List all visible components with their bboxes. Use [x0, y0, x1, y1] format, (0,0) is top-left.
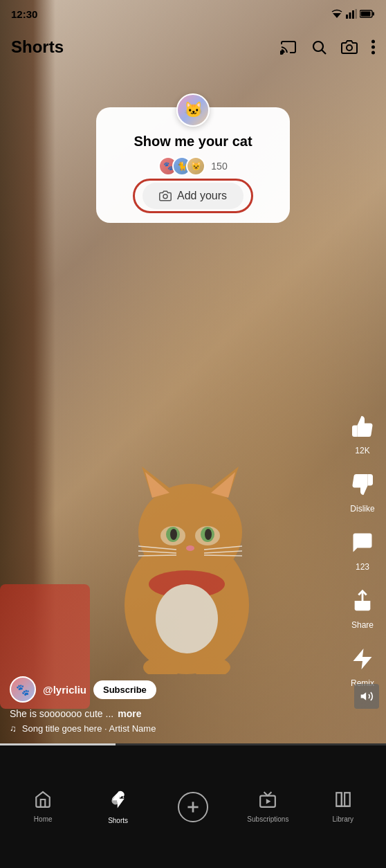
svg-marker-24 [333, 13, 341, 18]
participant-count: 150 [211, 161, 227, 172]
svg-point-35 [347, 45, 352, 51]
shorts-label: Shorts [108, 817, 128, 824]
subscribe-button[interactable]: Subscribe [93, 680, 156, 699]
library-label: Library [332, 815, 353, 823]
svg-point-39 [163, 195, 167, 199]
channel-avatar[interactable]: 🐾 [10, 676, 36, 703]
svg-marker-42 [361, 692, 367, 700]
page-title: Shorts [11, 37, 64, 57]
progress-bar-fill [0, 743, 116, 745]
svg-point-36 [371, 40, 375, 44]
add-yours-label: Add yours [177, 190, 227, 202]
signal-icon [346, 9, 357, 19]
svg-point-38 [371, 51, 375, 55]
svg-point-11 [205, 529, 212, 540]
home-label: Home [34, 815, 53, 823]
add-yours-button[interactable]: Add yours [143, 183, 243, 209]
wifi-icon [331, 9, 343, 19]
svg-line-34 [322, 51, 327, 55]
battery-icon [360, 10, 375, 18]
svg-rect-28 [356, 9, 358, 19]
svg-line-18 [204, 555, 242, 556]
status-time: 12:30 [11, 8, 37, 20]
description-more[interactable]: more [118, 708, 141, 719]
like-icon [346, 410, 379, 443]
music-note-icon: ♫ [10, 723, 17, 734]
svg-point-1 [138, 484, 242, 581]
svg-rect-30 [373, 12, 375, 16]
remix-action[interactable]: Remix [346, 642, 379, 688]
dislike-action[interactable]: Dislike [346, 468, 379, 514]
camera-icon[interactable] [341, 39, 358, 55]
svg-point-12 [186, 545, 194, 551]
status-icons [331, 9, 375, 19]
svg-point-10 [170, 529, 177, 540]
shorts-play-icon [108, 789, 129, 810]
music-row: ♫ Song title goes here · Artist Name [10, 723, 327, 734]
share-action[interactable]: Share [346, 584, 379, 630]
sound-icon [360, 689, 374, 703]
status-bar: 12:30 [0, 0, 386, 28]
dislike-icon [346, 468, 379, 501]
header: Shorts [0, 28, 386, 66]
sticker-title: Show me your cat [134, 134, 252, 150]
subscriptions-label: Subscriptions [247, 815, 288, 823]
sticker-card: 🐱 Show me your cat 🐾 🐈 😺 150 Add yours [96, 107, 290, 223]
nav-items: Home Shorts [0, 745, 386, 868]
svg-rect-26 [349, 12, 351, 19]
comment-action[interactable]: 123 [346, 526, 379, 572]
share-label: Share [351, 620, 374, 630]
svg-rect-48 [336, 793, 342, 806]
svg-line-15 [138, 555, 176, 556]
nav-item-library[interactable]: Library [322, 790, 364, 823]
remix-icon [346, 642, 379, 676]
home-icon [34, 790, 52, 813]
subscriptions-icon [259, 790, 277, 813]
nav-item-subscriptions[interactable]: Subscriptions [247, 790, 288, 823]
svg-marker-41 [353, 649, 372, 669]
nav-item-create[interactable] [172, 792, 214, 822]
comment-count: 123 [356, 562, 369, 572]
channel-row: 🐾 @lyricliu Subscribe [10, 676, 327, 703]
svg-rect-27 [352, 10, 354, 19]
svg-marker-5 [211, 472, 235, 498]
channel-handle[interactable]: @lyricliu [43, 684, 86, 696]
svg-point-32 [280, 51, 283, 54]
participant-avatars: 🐾 🐈 😺 [158, 156, 205, 176]
sticker-participants: 🐾 🐈 😺 150 [158, 156, 227, 176]
add-yours-camera-icon [159, 190, 172, 202]
progress-bar [0, 743, 386, 745]
create-icon[interactable] [178, 792, 208, 822]
svg-rect-25 [346, 15, 348, 19]
svg-point-33 [313, 42, 323, 51]
sidebar-actions: 12K Dislike 123 Share [346, 410, 379, 688]
sound-indicator[interactable] [354, 684, 379, 709]
bottom-nav: Home Shorts [0, 743, 386, 868]
song-info[interactable]: Song title goes here · Artist Name [22, 723, 156, 734]
bottom-info: 🐾 @lyricliu Subscribe She is sooooooo cu… [0, 676, 336, 743]
comment-icon [346, 526, 379, 559]
video-description: She is sooooooo cute ... more [10, 708, 327, 719]
description-text: She is sooooooo cute ... [10, 708, 113, 719]
more-icon[interactable] [371, 39, 375, 55]
library-icon [334, 790, 352, 813]
svg-point-21 [156, 584, 218, 653]
header-icons [280, 39, 375, 55]
svg-rect-31 [361, 12, 371, 17]
shorts-icon [108, 789, 129, 814]
svg-marker-3 [145, 472, 169, 498]
svg-rect-49 [344, 793, 350, 806]
svg-marker-47 [266, 799, 271, 804]
cast-icon[interactable] [280, 39, 297, 55]
dislike-label: Dislike [350, 504, 374, 514]
like-count: 12K [355, 446, 369, 455]
nav-item-home[interactable]: Home [22, 790, 64, 823]
search-icon[interactable] [311, 39, 327, 55]
svg-point-37 [371, 46, 375, 49]
share-icon [346, 584, 379, 617]
like-action[interactable]: 12K [346, 410, 379, 455]
participant-avatar-3: 😺 [186, 156, 205, 176]
sticker-avatar: 🐱 [176, 93, 210, 127]
nav-item-shorts[interactable]: Shorts [98, 789, 139, 824]
